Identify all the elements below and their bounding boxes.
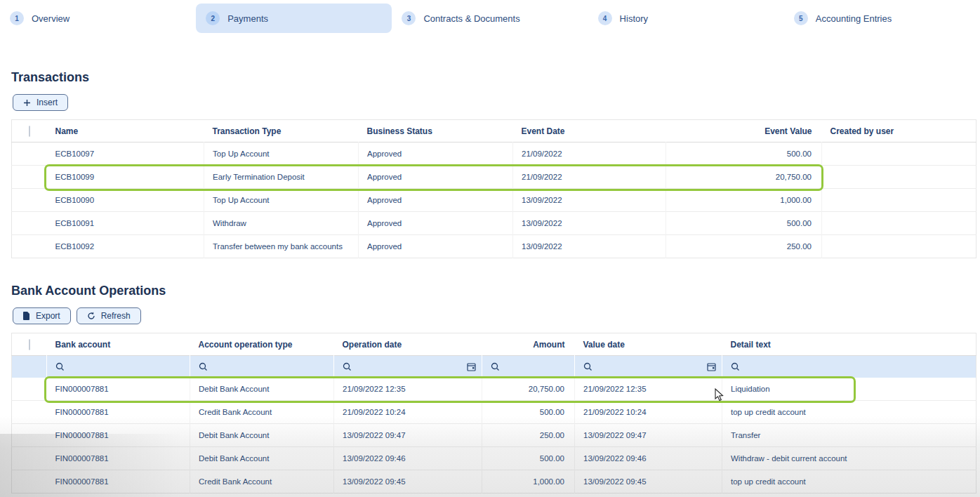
step-tabbar: 1 Overview 2 Payments 3 Contracts & Docu…: [0, 0, 980, 37]
col-transaction-type: Transaction Type: [204, 120, 359, 143]
cell-value-date: 21/09/2022 10:24: [575, 401, 722, 424]
cell-status: Approved: [359, 143, 513, 166]
bank-account-operations-title: Bank Account Operations: [11, 284, 980, 298]
transactions-table: Name Transaction Type Business Status Ev…: [11, 119, 976, 258]
tab-payments-label: Payments: [227, 13, 268, 24]
step-number-2: 2: [206, 11, 220, 25]
insert-button-label: Insert: [37, 98, 58, 107]
filter-value-date[interactable]: [575, 356, 722, 378]
step-number-5: 5: [794, 11, 808, 25]
cell-operation-type: Debit Bank Account: [190, 378, 334, 401]
cell-amount: 20,750.00: [482, 378, 575, 401]
tab-overview-label: Overview: [32, 13, 69, 24]
cell-bank-account: FIN000007881: [47, 470, 190, 493]
tab-contracts-documents[interactable]: 3 Contracts & Documents: [392, 4, 588, 33]
cell-operation-type: Debit Bank Account: [190, 447, 334, 470]
select-all-checkbox[interactable]: [29, 339, 30, 350]
tab-history-label: History: [620, 13, 648, 24]
search-icon: [491, 362, 500, 371]
cell-amount: 1,000.00: [482, 470, 575, 493]
cell-date: 13/09/2022: [513, 212, 666, 235]
tab-contracts-documents-label: Contracts & Documents: [423, 13, 519, 24]
bao-row[interactable]: FIN000007881 Credit Bank Account 13/09/2…: [12, 470, 976, 493]
cell-amount: 500.00: [482, 401, 575, 424]
col-operation-date: Operation date: [334, 333, 482, 356]
calendar-icon[interactable]: [467, 362, 476, 371]
step-number-4: 4: [598, 11, 612, 25]
cell-operation-date: 13/09/2022 09:47: [334, 424, 482, 447]
cell-date: 13/09/2022: [513, 235, 666, 258]
calendar-icon[interactable]: [707, 362, 716, 371]
refresh-icon: [87, 312, 95, 320]
cell-name: ECB10099: [47, 166, 204, 189]
transaction-row[interactable]: ECB10092 Transfer between my bank accoun…: [12, 235, 976, 258]
cell-value-date: 21/09/2022 12:35: [575, 378, 722, 401]
select-all-checkbox[interactable]: [29, 126, 30, 137]
transaction-row-highlighted[interactable]: ECB10099 Early Termination Deposit Appro…: [12, 166, 976, 189]
cell-operation-date: 13/09/2022 09:46: [334, 447, 482, 470]
tab-accounting-entries[interactable]: 5 Accounting Entries: [784, 4, 980, 33]
cell-type: Top Up Account: [204, 143, 359, 166]
cell-operation-type: Credit Bank Account: [190, 401, 334, 424]
cell-name: ECB10097: [47, 143, 204, 166]
col-account-operation-type: Account operation type: [190, 333, 334, 356]
search-icon: [55, 362, 65, 371]
cell-amount: 250.00: [482, 424, 575, 447]
export-button[interactable]: Export: [13, 307, 71, 324]
cell-detail-text: Transfer: [722, 424, 976, 447]
refresh-button[interactable]: Refresh: [77, 307, 141, 324]
step-number-3: 3: [402, 11, 416, 25]
bao-row-highlighted[interactable]: FIN000007881 Debit Bank Account 21/09/20…: [12, 378, 976, 401]
cell-amount: 500.00: [482, 447, 575, 470]
cell-status: Approved: [359, 166, 513, 189]
cell-bank-account: FIN000007881: [47, 401, 190, 424]
cell-value: 20,750.00: [666, 166, 822, 189]
cell-date: 13/09/2022: [513, 189, 666, 212]
transaction-row[interactable]: ECB10090 Top Up Account Approved 13/09/2…: [12, 189, 976, 212]
tab-overview[interactable]: 1 Overview: [0, 4, 196, 33]
search-icon: [343, 362, 352, 371]
cell-date: 21/09/2022: [513, 166, 666, 189]
tab-history[interactable]: 4 History: [588, 4, 784, 33]
cell-detail-text: Withdraw - debit current account: [722, 447, 976, 470]
filter-account-operation-type[interactable]: [190, 356, 334, 378]
transaction-row[interactable]: ECB10091 Withdraw Approved 13/09/2022 50…: [12, 212, 976, 235]
cell-value-date: 13/09/2022 09:47: [575, 424, 722, 447]
bao-row[interactable]: FIN000007881 Debit Bank Account 13/09/20…: [12, 424, 976, 447]
cell-status: Approved: [359, 235, 513, 258]
transactions-title: Transactions: [11, 70, 980, 85]
cell-type: Withdraw: [204, 212, 359, 235]
cell-type: Early Termination Deposit: [204, 166, 359, 189]
col-detail-text: Detail text: [722, 333, 976, 356]
insert-button[interactable]: Insert: [13, 94, 68, 111]
file-icon: [23, 312, 30, 320]
transaction-row[interactable]: ECB10097 Top Up Account Approved 21/09/2…: [12, 143, 976, 166]
cell-status: Approved: [359, 189, 513, 212]
cell-name: ECB10091: [47, 212, 204, 235]
col-value-date: Value date: [575, 333, 722, 356]
col-event-value: Event Value: [666, 120, 822, 143]
col-event-date: Event Date: [513, 120, 666, 143]
filter-operation-date[interactable]: [334, 356, 482, 378]
cell-operation-date: 21/09/2022 10:24: [334, 401, 482, 424]
cell-bank-account: FIN000007881: [47, 424, 190, 447]
filter-detail-text[interactable]: [722, 356, 976, 378]
tab-payments[interactable]: 2 Payments: [196, 4, 392, 33]
cell-detail-text: top up credit account: [722, 401, 976, 424]
cell-bank-account: FIN000007881: [47, 447, 190, 470]
cell-value: 1,000.00: [666, 189, 822, 212]
cell-detail-text: top up credit account: [722, 470, 976, 493]
cell-name: ECB10090: [47, 189, 204, 212]
bao-table-wrap: Bank account Account operation type Oper…: [11, 333, 969, 493]
transactions-header-row: Name Transaction Type Business Status Ev…: [12, 120, 976, 143]
filter-amount[interactable]: [482, 356, 575, 378]
bao-row[interactable]: FIN000007881 Debit Bank Account 13/09/20…: [12, 447, 976, 470]
cell-detail-text: Liquidation: [722, 378, 976, 401]
bao-row[interactable]: FIN000007881 Credit Bank Account 21/09/2…: [12, 401, 976, 424]
cell-value: 500.00: [666, 143, 822, 166]
cell-bank-account: FIN000007881: [47, 378, 190, 401]
cell-type: Top Up Account: [204, 189, 359, 212]
cell-type: Transfer between my bank accounts: [204, 235, 359, 258]
filter-bank-account[interactable]: [47, 356, 190, 378]
step-number-1: 1: [10, 11, 24, 25]
